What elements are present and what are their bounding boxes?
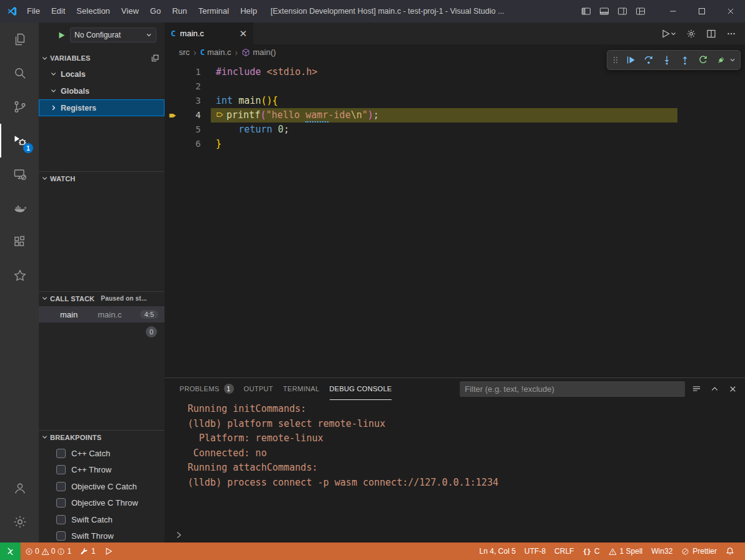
menu-selection[interactable]: Selection	[71, 4, 115, 19]
activitybar-extensions[interactable]	[0, 225, 39, 259]
disconnect-button[interactable]	[713, 52, 729, 68]
breakpoint-checkbox[interactable]	[56, 449, 66, 458]
code-line-2[interactable]: 2	[165, 79, 745, 94]
breakpoint-row[interactable]: C++ Throw	[39, 462, 165, 479]
console-filter-input[interactable]	[460, 381, 685, 397]
breadcrumb-folder[interactable]: src	[179, 48, 190, 57]
tab-main-c[interactable]: C main.c ✕	[165, 22, 253, 44]
toggle-secondary-sidebar-icon[interactable]	[614, 3, 631, 20]
eol-status[interactable]: CRLF	[550, 542, 578, 560]
variables-item-registers[interactable]: Registers	[39, 99, 165, 116]
panel-tab-debug-console[interactable]: DEBUG CONSOLE	[330, 378, 392, 400]
breakpoint-checkbox[interactable]	[56, 465, 66, 474]
menu-view[interactable]: View	[116, 4, 144, 19]
formatter-status[interactable]: Prettier	[677, 542, 721, 560]
breakpoint-checkbox[interactable]	[56, 482, 66, 491]
breakpoint-row[interactable]: Objective C Catch	[39, 478, 165, 495]
breadcrumb-file[interactable]: Cmain.c	[200, 48, 231, 57]
breakpoint-row[interactable]: C++ Catch	[39, 445, 165, 462]
notifications-bell-icon[interactable]	[721, 542, 739, 560]
activitybar-docker[interactable]	[0, 191, 39, 225]
menu-help[interactable]: Help	[235, 4, 263, 19]
menu-go[interactable]: Go	[144, 4, 166, 19]
activitybar-search[interactable]	[0, 56, 39, 90]
panel-tab-output[interactable]: OUTPUT	[244, 378, 273, 400]
minimize-button[interactable]	[659, 0, 687, 22]
console-input-chevron-icon[interactable]	[175, 531, 183, 539]
filter-list-icon[interactable]	[692, 384, 701, 394]
spell-status[interactable]: 1 Spell	[604, 542, 647, 560]
panel-copy-icon[interactable]	[151, 54, 160, 62]
menu-run[interactable]: Run	[166, 4, 193, 19]
warning-icon	[609, 548, 617, 556]
platform-status[interactable]: Win32	[647, 542, 677, 560]
variables-section-header[interactable]: VARIABLES	[39, 51, 165, 65]
variables-item-locals[interactable]: Locals	[39, 66, 165, 82]
callstack-section-header[interactable]: CALL STACK Paused on st...	[39, 291, 165, 305]
activitybar-remote-explorer[interactable]	[0, 158, 39, 191]
code-editor[interactable]: 1#include <stdio.h>23int main(){4printf(…	[165, 60, 745, 151]
cursor-position[interactable]: Ln 4, Col 5	[475, 542, 520, 560]
step-over-button[interactable]	[641, 52, 657, 68]
maximize-panel-chevron-icon[interactable]	[710, 384, 719, 394]
chevron-down-icon	[41, 175, 48, 182]
debug-status-icon[interactable]	[100, 542, 118, 560]
toggle-primary-sidebar-icon[interactable]	[577, 3, 594, 20]
breakpoint-row[interactable]: Swift Catch	[39, 511, 165, 528]
step-out-button[interactable]	[677, 52, 693, 68]
variables-item-globals[interactable]: Globals	[39, 82, 165, 99]
start-debug-button[interactable]	[58, 31, 66, 39]
watch-section-header[interactable]: WATCH	[39, 171, 165, 185]
circle-slash-icon	[681, 548, 689, 556]
activitybar-explorer[interactable]	[0, 22, 39, 56]
breakpoint-checkbox[interactable]	[56, 531, 66, 541]
close-button[interactable]	[716, 0, 745, 22]
breakpoint-row[interactable]: Objective C Throw	[39, 495, 165, 512]
tools-status[interactable]: 1	[76, 542, 100, 560]
breakpoint-checkbox[interactable]	[56, 515, 66, 524]
menu-edit[interactable]: Edit	[46, 4, 71, 19]
toolbar-grip-handle[interactable]	[612, 55, 619, 65]
activitybar-source-control[interactable]	[0, 90, 39, 124]
chevron-down-icon[interactable]	[729, 57, 737, 63]
frame-position-badge: 4:5	[140, 310, 158, 319]
breakpoints-list: C++ CatchC++ ThrowObjective C CatchObjec…	[39, 445, 165, 542]
breakpoints-section-header[interactable]: BREAKPOINTS	[39, 430, 165, 444]
encoding-status[interactable]: UTF-8	[520, 542, 550, 560]
restart-button[interactable]	[695, 52, 711, 68]
toggle-panel-icon[interactable]	[595, 3, 612, 20]
breakpoint-row[interactable]: Swift Throw	[39, 528, 165, 543]
callstack-frame[interactable]: main main.c 4:5	[39, 306, 165, 322]
panel-tab-problems[interactable]: PROBLEMS1	[180, 378, 234, 400]
close-panel-icon[interactable]	[728, 384, 737, 394]
step-into-button[interactable]	[659, 52, 675, 68]
customize-layout-icon[interactable]	[632, 3, 649, 20]
debug-config-dropdown[interactable]: No Configurat	[70, 28, 156, 42]
continue-button[interactable]	[622, 52, 639, 68]
code-line-4[interactable]: 4printf("hello wamr-ide\n");	[165, 108, 745, 122]
problems-status[interactable]: 0 0 1	[21, 542, 76, 560]
code-line-6[interactable]: 6}	[165, 137, 745, 151]
breadcrumb-symbol[interactable]: main()	[241, 48, 276, 57]
run-or-debug-button[interactable]	[661, 29, 676, 39]
editor-settings-gear-icon[interactable]	[686, 29, 696, 39]
frame-file: main.c	[98, 310, 121, 319]
language-mode[interactable]: {}C	[579, 542, 604, 560]
panel-tab-terminal[interactable]: TERMINAL	[283, 378, 320, 400]
maximize-button[interactable]	[687, 0, 716, 22]
activitybar-settings[interactable]	[0, 505, 39, 539]
breakpoint-checkbox[interactable]	[56, 498, 66, 508]
activitybar-accounts[interactable]	[0, 471, 39, 505]
window-controls	[577, 0, 745, 22]
more-actions-icon[interactable]	[726, 29, 736, 39]
activitybar-favorites[interactable]	[0, 259, 39, 292]
debug-current-line-arrow-icon[interactable]	[165, 111, 181, 120]
close-tab-icon[interactable]: ✕	[239, 28, 247, 39]
remote-indicator[interactable]	[0, 542, 21, 560]
menu-terminal[interactable]: Terminal	[193, 4, 235, 19]
activitybar-run-and-debug[interactable]: 1	[0, 124, 39, 158]
code-line-3[interactable]: 3int main(){	[165, 94, 745, 108]
menu-file[interactable]: File	[21, 4, 46, 19]
split-editor-icon[interactable]	[706, 29, 716, 39]
code-line-5[interactable]: 5 return 0;	[165, 122, 745, 137]
